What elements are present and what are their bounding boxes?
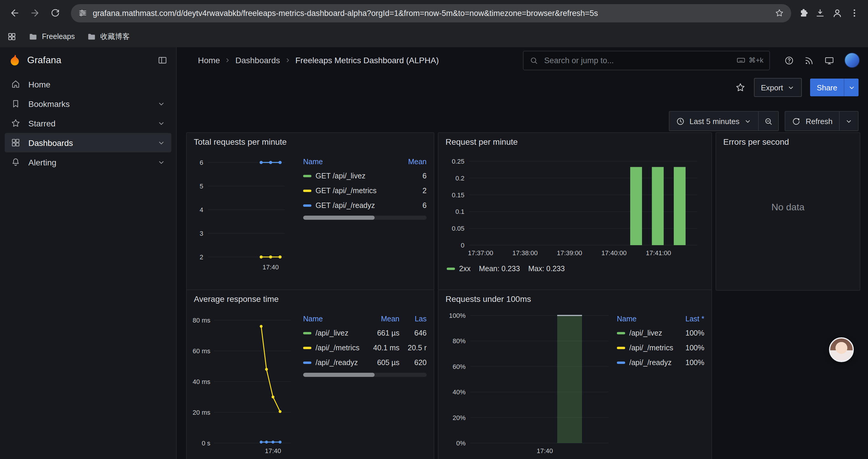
- scrollbar-thumb[interactable]: [303, 373, 375, 377]
- grafana-logo[interactable]: [8, 54, 21, 67]
- brand-row: Grafana: [0, 47, 176, 73]
- breadcrumb-home[interactable]: Home: [198, 56, 220, 65]
- sidebar-item-alerting[interactable]: Alerting: [5, 153, 172, 172]
- refresh-interval-button[interactable]: [840, 112, 858, 131]
- menu-kebab-icon[interactable]: [849, 8, 860, 18]
- user-avatar[interactable]: [844, 53, 860, 68]
- scrollbar-thumb[interactable]: [303, 216, 375, 220]
- series-name[interactable]: GET /api/_livez: [315, 172, 366, 180]
- chevron-down-icon[interactable]: [157, 119, 165, 127]
- refresh-button[interactable]: Refresh: [785, 112, 839, 131]
- bookmarks-bar: Freeleaps 收藏博客: [0, 26, 868, 48]
- address-bar[interactable]: grafana.mathmast.com/d/deytv4rwavabkb/fr…: [71, 4, 791, 22]
- favorite-star-icon[interactable]: [735, 82, 745, 93]
- sidebar-collapse-icon[interactable]: [157, 55, 168, 66]
- export-label: Export: [761, 83, 783, 92]
- requests-under-100ms-chart[interactable]: 100%80%60%40%20%0%17:40: [443, 305, 615, 456]
- export-button[interactable]: Export: [754, 78, 802, 97]
- svg-text:0.05: 0.05: [452, 225, 464, 232]
- svg-text:17:40:00: 17:40:00: [601, 249, 627, 257]
- main-area: Home Dashboards Freeleaps Metrics Dashbo…: [177, 47, 868, 459]
- extensions-icon[interactable]: [798, 8, 809, 18]
- series-last: 646: [399, 329, 427, 337]
- bookmark-folder-freeleaps[interactable]: Freeleaps: [28, 32, 75, 41]
- sidebar-item-dashboards[interactable]: Dashboards: [5, 133, 172, 153]
- series-name[interactable]: 2xx: [459, 265, 471, 273]
- zoom-out-button[interactable]: [759, 112, 778, 131]
- panel-title[interactable]: Average response time: [187, 290, 434, 305]
- panel-body: 6543217:40 Name Mean GET /api/_livez 6: [187, 148, 434, 275]
- panel-title[interactable]: Total requests per minute: [187, 133, 434, 148]
- assistant-avatar-overlay[interactable]: [829, 337, 854, 362]
- series-name[interactable]: /api/_livez: [629, 329, 662, 337]
- legend-col-name[interactable]: Name: [303, 315, 365, 323]
- legend-row: /api/_livez 100%: [617, 326, 704, 340]
- legend-col-mean[interactable]: Mean: [398, 158, 427, 166]
- site-settings-icon[interactable]: [78, 8, 88, 18]
- help-icon[interactable]: [784, 55, 794, 65]
- series-last: 100%: [676, 358, 704, 366]
- breadcrumb-dashboards[interactable]: Dashboards: [236, 56, 280, 65]
- folder-icon: [87, 32, 96, 41]
- svg-text:100%: 100%: [449, 312, 466, 319]
- svg-text:0.2: 0.2: [455, 174, 464, 182]
- time-range-button[interactable]: Last 5 minutes: [670, 112, 758, 131]
- bookmark-folder-blogs[interactable]: 收藏博客: [87, 32, 130, 42]
- share-menu-button[interactable]: [844, 78, 859, 96]
- legend-scrollbar[interactable]: [303, 216, 427, 220]
- series-swatch: [617, 347, 625, 349]
- total-requests-chart[interactable]: 6543217:40: [190, 148, 300, 275]
- news-rss-icon[interactable]: [804, 55, 814, 65]
- series-name[interactable]: GET /api/_/metrics: [315, 186, 377, 195]
- series-swatch: [303, 174, 311, 177]
- forward-button[interactable]: [26, 4, 44, 22]
- average-response-time-chart[interactable]: 80 ms60 ms40 ms20 ms0 s17:40: [190, 305, 300, 456]
- panel-title[interactable]: Request per minute: [438, 133, 711, 148]
- sidebar-item-starred[interactable]: Starred: [5, 113, 172, 133]
- panel-title[interactable]: Errors per second: [716, 133, 860, 148]
- series-name[interactable]: /api/_/readyz: [629, 358, 672, 366]
- display-icon[interactable]: [824, 55, 834, 65]
- apps-grid-icon[interactable]: [7, 32, 17, 41]
- dashboard-actions: Export Share: [735, 78, 859, 97]
- bookmark-label: 收藏博客: [100, 32, 130, 42]
- panel-title[interactable]: Requests under 100ms: [438, 290, 711, 305]
- legend-col-name[interactable]: Name: [303, 158, 398, 166]
- share-button[interactable]: Share: [810, 78, 844, 96]
- downloads-icon[interactable]: [815, 8, 826, 18]
- request-per-minute-chart[interactable]: 0.250.20.150.10.05017:37:0017:38:0017:39…: [442, 148, 705, 261]
- grafana-app: Grafana Home Bookmarks Starred: [0, 47, 868, 459]
- series-name[interactable]: /api/_livez: [315, 329, 348, 337]
- series-name[interactable]: GET /api/_/readyz: [315, 201, 375, 209]
- legend-col-last[interactable]: Last *: [676, 315, 704, 323]
- bookmark-star-icon[interactable]: [775, 8, 784, 18]
- series-swatch: [617, 332, 625, 334]
- sidebar-item-home[interactable]: Home: [5, 74, 172, 94]
- series-name[interactable]: /api/_/readyz: [315, 358, 358, 366]
- bookmark-label: Freeleaps: [42, 32, 75, 41]
- series-mean: 40.1 ms: [365, 343, 399, 352]
- back-button[interactable]: [6, 4, 24, 22]
- legend-col-name[interactable]: Name: [617, 315, 676, 323]
- chevron-down-icon[interactable]: [157, 138, 165, 147]
- chevron-down-icon[interactable]: [157, 158, 165, 166]
- legend-col-last[interactable]: Las: [399, 315, 427, 323]
- url-text[interactable]: grafana.mathmast.com/d/deytv4rwavabkb/fr…: [93, 8, 769, 18]
- series-name[interactable]: /api/_/metrics: [315, 343, 360, 352]
- legend-col-mean[interactable]: Mean: [365, 315, 399, 323]
- search-box[interactable]: ⌘+k: [523, 51, 770, 70]
- reload-button[interactable]: [46, 4, 64, 22]
- legend-scrollbar[interactable]: [303, 373, 427, 377]
- legend-inline: 2xx Mean: 0.233 Max: 0.233: [438, 263, 711, 273]
- bell-icon: [11, 157, 21, 167]
- chevron-right-icon: [284, 57, 291, 64]
- dashboards-icon: [11, 138, 21, 148]
- sidebar: Grafana Home Bookmarks Starred: [0, 47, 177, 459]
- profile-icon[interactable]: [831, 7, 843, 19]
- chevron-down-icon[interactable]: [157, 100, 165, 108]
- chevron-down-icon: [845, 117, 852, 125]
- sidebar-item-bookmarks[interactable]: Bookmarks: [5, 94, 172, 113]
- search-input[interactable]: [543, 55, 732, 65]
- time-range-label: Last 5 minutes: [689, 117, 740, 126]
- series-name[interactable]: /api/_/metrics: [629, 343, 673, 352]
